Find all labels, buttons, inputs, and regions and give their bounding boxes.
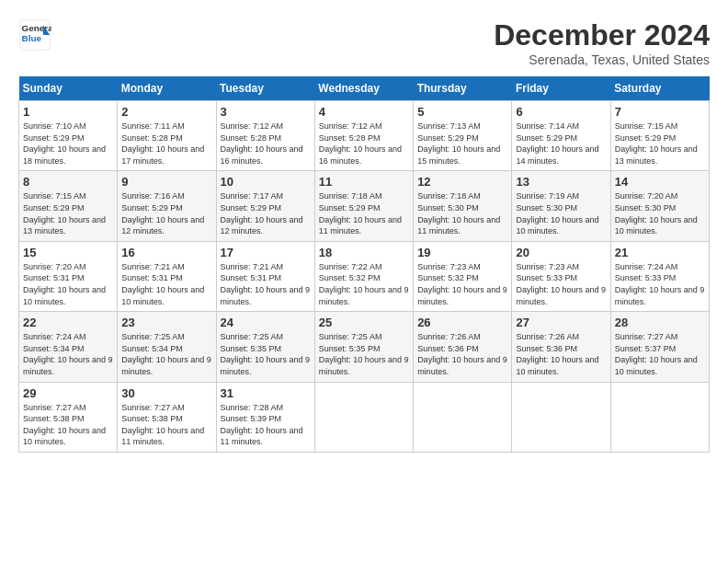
day-number: 29 [23,386,113,400]
day-info: Sunrise: 7:25 AMSunset: 5:35 PMDaylight:… [319,331,409,377]
day-number: 26 [417,316,507,329]
calendar-day-21: 21Sunrise: 7:24 AMSunset: 5:33 PMDayligh… [610,241,709,311]
empty-cell [512,382,610,452]
day-info: Sunrise: 7:27 AMSunset: 5:38 PMDaylight:… [121,402,211,448]
day-number: 31 [221,386,311,400]
calendar-day-5: 5Sunrise: 7:13 AMSunset: 5:29 PMDaylight… [414,101,512,171]
day-info: Sunrise: 7:19 AMSunset: 5:30 PMDaylight:… [516,190,606,236]
day-number: 20 [516,246,606,259]
day-info: Sunrise: 7:27 AMSunset: 5:37 PMDaylight:… [615,331,705,377]
calendar-day-9: 9Sunrise: 7:16 AMSunset: 5:29 PMDaylight… [118,171,216,241]
day-number: 17 [221,246,311,259]
weekday-header-thursday: Thursday [414,76,512,101]
weekday-header-friday: Friday [512,76,610,101]
calendar-day-29: 29Sunrise: 7:27 AMSunset: 5:38 PMDayligh… [19,382,118,452]
day-info: Sunrise: 7:24 AMSunset: 5:34 PMDaylight:… [23,331,113,377]
calendar-table: SundayMondayTuesdayWednesdayThursdayFrid… [18,76,710,453]
day-number: 25 [319,316,409,329]
calendar-day-6: 6Sunrise: 7:14 AMSunset: 5:29 PMDaylight… [512,101,610,171]
day-number: 24 [221,316,311,329]
calendar-week-5: 29Sunrise: 7:27 AMSunset: 5:38 PMDayligh… [19,382,710,452]
day-info: Sunrise: 7:12 AMSunset: 5:28 PMDaylight:… [319,121,409,167]
calendar-week-2: 8Sunrise: 7:15 AMSunset: 5:29 PMDaylight… [19,171,710,241]
calendar-day-22: 22Sunrise: 7:24 AMSunset: 5:34 PMDayligh… [19,312,118,382]
day-info: Sunrise: 7:21 AMSunset: 5:31 PMDaylight:… [221,261,311,307]
day-info: Sunrise: 7:23 AMSunset: 5:33 PMDaylight:… [516,261,606,307]
calendar-day-30: 30Sunrise: 7:27 AMSunset: 5:38 PMDayligh… [118,382,216,452]
day-number: 9 [121,175,211,189]
title-area: December 2024 Serenada, Texas, United St… [494,18,710,67]
day-info: Sunrise: 7:20 AMSunset: 5:30 PMDaylight:… [615,190,705,236]
day-number: 1 [23,105,113,119]
day-info: Sunrise: 7:20 AMSunset: 5:31 PMDaylight:… [23,261,113,307]
calendar-day-12: 12Sunrise: 7:18 AMSunset: 5:30 PMDayligh… [414,171,512,241]
logo: General Blue [18,18,51,52]
calendar-day-16: 16Sunrise: 7:21 AMSunset: 5:31 PMDayligh… [118,241,216,311]
calendar-day-25: 25Sunrise: 7:25 AMSunset: 5:35 PMDayligh… [314,312,413,382]
calendar-day-2: 2Sunrise: 7:11 AMSunset: 5:28 PMDaylight… [118,101,216,171]
day-number: 11 [319,175,409,189]
day-info: Sunrise: 7:13 AMSunset: 5:29 PMDaylight:… [417,121,507,167]
day-info: Sunrise: 7:12 AMSunset: 5:28 PMDaylight:… [221,121,311,167]
calendar-day-13: 13Sunrise: 7:19 AMSunset: 5:30 PMDayligh… [512,171,610,241]
day-info: Sunrise: 7:17 AMSunset: 5:29 PMDaylight:… [221,190,311,236]
day-info: Sunrise: 7:24 AMSunset: 5:33 PMDaylight:… [615,261,705,307]
calendar-day-18: 18Sunrise: 7:22 AMSunset: 5:32 PMDayligh… [314,241,413,311]
day-number: 6 [516,105,606,119]
day-info: Sunrise: 7:22 AMSunset: 5:32 PMDaylight:… [319,261,409,307]
calendar-day-14: 14Sunrise: 7:20 AMSunset: 5:30 PMDayligh… [610,171,709,241]
calendar-day-11: 11Sunrise: 7:18 AMSunset: 5:29 PMDayligh… [314,171,413,241]
day-number: 8 [23,175,113,189]
weekday-header-sunday: Sunday [19,76,118,101]
day-number: 19 [417,246,507,259]
calendar-day-10: 10Sunrise: 7:17 AMSunset: 5:29 PMDayligh… [216,171,314,241]
weekday-header-monday: Monday [118,76,216,101]
day-number: 15 [23,246,113,259]
calendar-day-15: 15Sunrise: 7:20 AMSunset: 5:31 PMDayligh… [19,241,118,311]
day-number: 27 [516,316,606,329]
day-number: 28 [615,316,705,329]
calendar-day-20: 20Sunrise: 7:23 AMSunset: 5:33 PMDayligh… [512,241,610,311]
svg-text:Blue: Blue [22,33,42,43]
day-number: 22 [23,316,113,329]
day-info: Sunrise: 7:18 AMSunset: 5:30 PMDaylight:… [417,190,507,236]
weekday-header-saturday: Saturday [610,76,709,101]
day-info: Sunrise: 7:14 AMSunset: 5:29 PMDaylight:… [516,121,606,167]
day-info: Sunrise: 7:25 AMSunset: 5:34 PMDaylight:… [121,331,211,377]
calendar-day-24: 24Sunrise: 7:25 AMSunset: 5:35 PMDayligh… [216,312,314,382]
day-info: Sunrise: 7:15 AMSunset: 5:29 PMDaylight:… [615,121,705,167]
day-number: 3 [221,105,311,119]
day-number: 12 [417,175,507,189]
day-number: 10 [221,175,311,189]
day-info: Sunrise: 7:15 AMSunset: 5:29 PMDaylight:… [23,190,113,236]
calendar-day-3: 3Sunrise: 7:12 AMSunset: 5:28 PMDaylight… [216,101,314,171]
header: General Blue December 2024 Serenada, Tex… [18,18,710,67]
day-number: 5 [417,105,507,119]
calendar-day-7: 7Sunrise: 7:15 AMSunset: 5:29 PMDaylight… [610,101,709,171]
day-info: Sunrise: 7:16 AMSunset: 5:29 PMDaylight:… [121,190,211,236]
day-info: Sunrise: 7:26 AMSunset: 5:36 PMDaylight:… [516,331,606,377]
day-info: Sunrise: 7:11 AMSunset: 5:28 PMDaylight:… [121,121,211,167]
day-number: 14 [615,175,705,189]
day-info: Sunrise: 7:10 AMSunset: 5:29 PMDaylight:… [23,121,113,167]
month-title: December 2024 [494,18,710,52]
calendar-week-3: 15Sunrise: 7:20 AMSunset: 5:31 PMDayligh… [19,241,710,311]
calendar-day-26: 26Sunrise: 7:26 AMSunset: 5:36 PMDayligh… [414,312,512,382]
calendar-day-17: 17Sunrise: 7:21 AMSunset: 5:31 PMDayligh… [216,241,314,311]
day-info: Sunrise: 7:25 AMSunset: 5:35 PMDaylight:… [221,331,311,377]
calendar-day-23: 23Sunrise: 7:25 AMSunset: 5:34 PMDayligh… [118,312,216,382]
day-number: 7 [615,105,705,119]
day-info: Sunrise: 7:23 AMSunset: 5:32 PMDaylight:… [417,261,507,307]
calendar-day-31: 31Sunrise: 7:28 AMSunset: 5:39 PMDayligh… [216,382,314,452]
weekday-header-wednesday: Wednesday [314,76,413,101]
weekday-header-row: SundayMondayTuesdayWednesdayThursdayFrid… [19,76,710,101]
calendar-day-28: 28Sunrise: 7:27 AMSunset: 5:37 PMDayligh… [610,312,709,382]
day-number: 16 [121,246,211,259]
calendar-day-19: 19Sunrise: 7:23 AMSunset: 5:32 PMDayligh… [414,241,512,311]
day-info: Sunrise: 7:26 AMSunset: 5:36 PMDaylight:… [417,331,507,377]
weekday-header-tuesday: Tuesday [216,76,314,101]
day-number: 23 [121,316,211,329]
day-info: Sunrise: 7:27 AMSunset: 5:38 PMDaylight:… [23,402,113,448]
logo-icon: General Blue [18,18,51,52]
day-number: 21 [615,246,705,259]
